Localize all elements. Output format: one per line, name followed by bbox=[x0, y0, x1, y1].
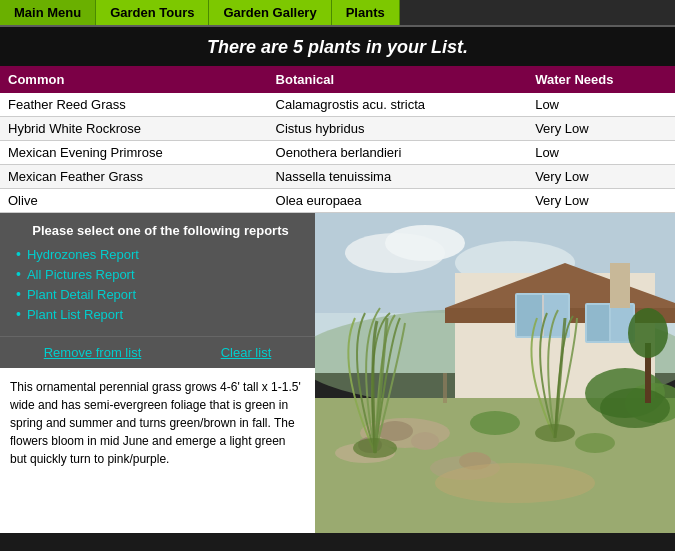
cell-common: Hybrid White Rockrose bbox=[0, 117, 268, 141]
col-botanical: Botanical bbox=[268, 66, 528, 93]
table-row[interactable]: OliveOlea europaeaVery Low bbox=[0, 189, 675, 213]
table-row[interactable]: Mexican Feather GrassNassella tenuissima… bbox=[0, 165, 675, 189]
svg-point-26 bbox=[535, 424, 575, 442]
cell-botanical: Cistus hybridus bbox=[268, 117, 528, 141]
cell-botanical: Olea europaea bbox=[268, 189, 528, 213]
report-link-all-pictures-report[interactable]: •All Pictures Report bbox=[16, 266, 305, 282]
bullet-icon: • bbox=[16, 306, 21, 322]
cell-common: Olive bbox=[0, 189, 268, 213]
svg-rect-14 bbox=[587, 305, 609, 341]
report-links: •Hydrozones Report•All Pictures Report•P… bbox=[16, 246, 305, 322]
report-link-text: Hydrozones Report bbox=[27, 247, 139, 262]
table-row[interactable]: Mexican Evening PrimroseOenothera berlan… bbox=[0, 141, 675, 165]
nav-item-garden-gallery[interactable]: Garden Gallery bbox=[209, 0, 331, 25]
svg-point-23 bbox=[411, 432, 439, 450]
svg-rect-16 bbox=[610, 263, 630, 308]
cell-water: Very Low bbox=[527, 165, 675, 189]
cell-water: Very Low bbox=[527, 189, 675, 213]
svg-point-32 bbox=[435, 463, 595, 503]
cell-water: Low bbox=[527, 93, 675, 117]
photo-panel bbox=[315, 213, 675, 533]
report-link-text: Plant List Report bbox=[27, 307, 123, 322]
clear-list-button[interactable]: Clear list bbox=[221, 345, 272, 360]
cell-common: Mexican Feather Grass bbox=[0, 165, 268, 189]
cell-botanical: Calamagrostis acu. stricta bbox=[268, 93, 528, 117]
cell-botanical: Nassella tenuissima bbox=[268, 165, 528, 189]
nav-bar: Main MenuGarden ToursGarden GalleryPlant… bbox=[0, 0, 675, 27]
svg-point-34 bbox=[628, 308, 668, 358]
cell-water: Low bbox=[527, 141, 675, 165]
svg-point-29 bbox=[600, 388, 670, 428]
bullet-icon: • bbox=[16, 246, 21, 262]
svg-point-30 bbox=[470, 411, 520, 435]
table-row[interactable]: Hybrid White RockroseCistus hybridusVery… bbox=[0, 117, 675, 141]
svg-rect-35 bbox=[443, 373, 447, 403]
cell-water: Very Low bbox=[527, 117, 675, 141]
bottom-section: Please select one of the following repor… bbox=[0, 213, 675, 533]
svg-point-3 bbox=[385, 225, 465, 261]
report-link-text: All Pictures Report bbox=[27, 267, 135, 282]
report-link-text: Plant Detail Report bbox=[27, 287, 136, 302]
table-row[interactable]: Feather Reed GrassCalamagrostis acu. str… bbox=[0, 93, 675, 117]
nav-item-garden-tours[interactable]: Garden Tours bbox=[96, 0, 209, 25]
page-title: There are 5 plants in your List. bbox=[0, 27, 675, 66]
action-buttons: Remove from list Clear list bbox=[0, 336, 315, 368]
bullet-icon: • bbox=[16, 286, 21, 302]
landscape-photo bbox=[315, 213, 675, 533]
bullet-icon: • bbox=[16, 266, 21, 282]
nav-item-main-menu[interactable]: Main Menu bbox=[0, 0, 96, 25]
plant-table: Common Botanical Water Needs Feather Ree… bbox=[0, 66, 675, 213]
svg-rect-10 bbox=[517, 295, 542, 336]
cell-common: Mexican Evening Primrose bbox=[0, 141, 268, 165]
svg-point-25 bbox=[353, 438, 397, 458]
remove-from-list-button[interactable]: Remove from list bbox=[44, 345, 142, 360]
description-box: This ornamental perennial grass grows 4-… bbox=[0, 368, 315, 533]
col-water: Water Needs bbox=[527, 66, 675, 93]
reports-title: Please select one of the following repor… bbox=[16, 223, 305, 238]
svg-point-31 bbox=[575, 433, 615, 453]
report-link-hydrozones-report[interactable]: •Hydrozones Report bbox=[16, 246, 305, 262]
report-link-plant-list-report[interactable]: •Plant List Report bbox=[16, 306, 305, 322]
reports-box: Please select one of the following repor… bbox=[0, 213, 315, 336]
report-link-plant-detail-report[interactable]: •Plant Detail Report bbox=[16, 286, 305, 302]
cell-common: Feather Reed Grass bbox=[0, 93, 268, 117]
col-common: Common bbox=[0, 66, 268, 93]
cell-botanical: Oenothera berlandieri bbox=[268, 141, 528, 165]
nav-item-plants[interactable]: Plants bbox=[332, 0, 400, 25]
left-panel: Please select one of the following repor… bbox=[0, 213, 315, 533]
